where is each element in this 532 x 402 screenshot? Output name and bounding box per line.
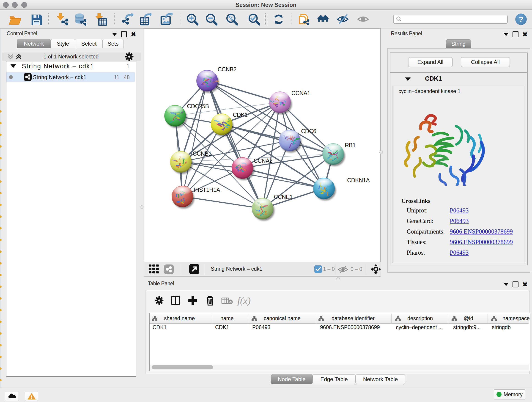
svg-text:CCNB2: CCNB2 — [218, 66, 236, 72]
svg-text:CDC25B: CDC25B — [187, 103, 209, 109]
svg-text:CCNA1: CCNA1 — [291, 90, 310, 96]
svg-text:CCNB1: CCNB1 — [193, 150, 211, 157]
svg-text:CCNA2: CCNA2 — [254, 157, 272, 164]
svg-text:RB1: RB1 — [345, 142, 355, 148]
svg-text:CDKN1A: CDKN1A — [347, 177, 370, 183]
svg-text:HIST1H1A: HIST1H1A — [194, 186, 220, 193]
svg-text:CDC6: CDC6 — [301, 128, 316, 134]
svg-text:CDK1: CDK1 — [233, 112, 248, 118]
svg-text:CCNE1: CCNE1 — [274, 194, 293, 200]
